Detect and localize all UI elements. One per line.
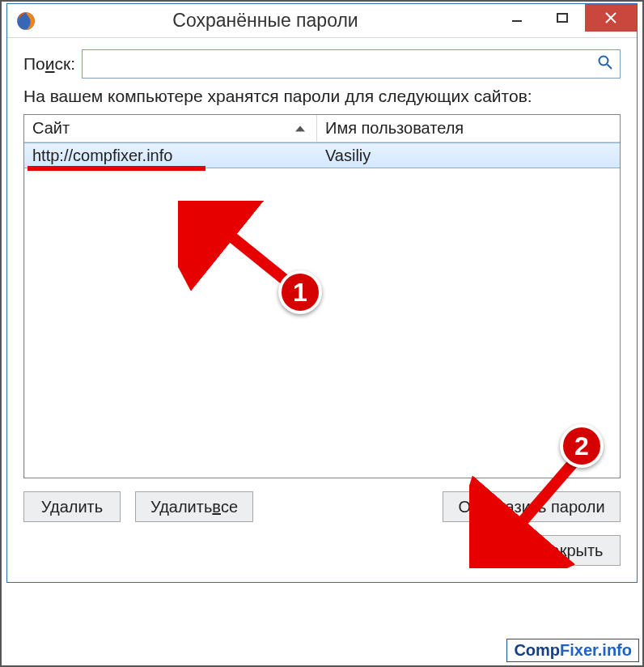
titlebar[interactable]: Сохранённые пароли [7,4,637,38]
firefox-icon [15,11,36,32]
column-site-label: Сайт [32,119,70,138]
window-controls [494,4,637,32]
svg-line-8 [502,461,574,546]
sort-ascending-icon [295,125,305,131]
cell-site: http://compfixer.info [24,143,317,168]
list-header: Сайт Имя пользователя [24,115,620,142]
window-title: Сохранённые пароли [36,10,494,32]
watermark: CompFixer.info [506,639,639,662]
svg-rect-2 [557,14,567,22]
annotation-badge-2: 2 [560,424,604,468]
close-window-button[interactable] [585,4,637,32]
column-username[interactable]: Имя пользователя [317,115,620,142]
column-site[interactable]: Сайт [24,115,317,142]
minimize-button[interactable] [494,4,540,32]
annotation-badge-1: 1 [278,270,322,314]
annotation-underline [28,166,205,171]
maximize-button[interactable] [540,4,585,32]
column-username-label: Имя пользователя [325,119,464,138]
